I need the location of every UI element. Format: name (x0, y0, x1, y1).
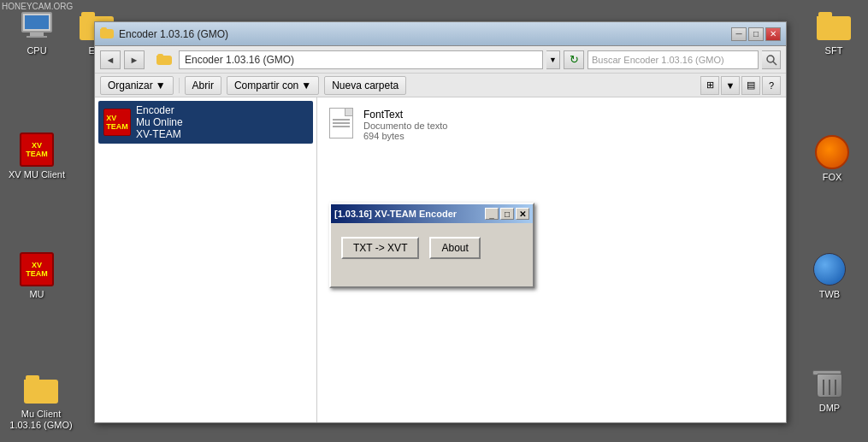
view-dropdown-button[interactable]: ▼ (721, 76, 740, 95)
file-info: FontText Documento de texto 694 bytes (363, 109, 447, 141)
sft-label: SFT (825, 45, 843, 56)
desktop: HONEYCAM.ORG CPU Enc XVTEAM XV MU Client (0, 0, 868, 442)
search-placeholder: Buscar Encoder 1.03.16 (GMO) (592, 55, 724, 65)
file-item-fonttext[interactable]: FontText Documento de texto 694 bytes (324, 104, 779, 145)
tree-xv-logo-icon: XVTEAM (103, 109, 131, 136)
svg-line-1 (773, 62, 776, 65)
address-dropdown-button[interactable]: ▼ (546, 50, 560, 69)
fox-label: FOX (823, 172, 842, 183)
desktop-icon-dmp[interactable]: DMP (800, 366, 859, 414)
popup-close-button[interactable]: ✕ (516, 208, 529, 220)
explorer-title: Encoder 1.03.16 (GMO) (119, 28, 731, 40)
twb-label: TWB (819, 289, 840, 300)
organizar-dropdown-icon: ▼ (156, 80, 166, 91)
tree-item-name: Encoder (136, 104, 183, 116)
close-button[interactable]: ✕ (765, 27, 781, 41)
popup-restore-button[interactable]: □ (500, 208, 514, 220)
compartir-button[interactable]: Compartir con ▼ (227, 76, 319, 95)
refresh-button[interactable]: ↻ (564, 50, 584, 69)
tree-item-encoder[interactable]: XVTEAM Encoder Mu Online XV-TEAM (98, 101, 313, 144)
recycle-bin-icon (812, 366, 847, 400)
toolbar-right: ⊞ ▼ ▤ ? (700, 76, 781, 95)
tree-item-subtitle1: Mu Online (136, 116, 183, 128)
desktop-icon-fox[interactable]: FOX (802, 135, 862, 183)
about-button[interactable]: About (429, 237, 480, 259)
dmp-label: DMP (819, 403, 840, 414)
xv-mu-client-label: XV MU Client (9, 169, 65, 180)
firefox-icon (815, 135, 849, 169)
abrir-label: Abrir (192, 80, 214, 91)
address-bar: ◄ ► Encoder 1.03.16 (GMO) ▼ ↻ Buscar Enc… (95, 46, 786, 74)
popup-minimize-button[interactable]: _ (485, 208, 499, 220)
search-button[interactable] (762, 50, 781, 69)
search-box[interactable]: Buscar Encoder 1.03.16 (GMO) (588, 50, 759, 69)
cpu-label: CPU (27, 45, 46, 56)
mu-label: MU (29, 289, 44, 300)
desktop-icon-sft[interactable]: SFT (804, 9, 864, 56)
address-folder-icon (156, 54, 172, 66)
maximize-button[interactable]: □ (748, 27, 764, 41)
desktop-icon-mu[interactable]: XVTEAM MU (7, 252, 67, 300)
mu-icon: XVTEAM (20, 252, 54, 286)
address-path-text[interactable]: Encoder 1.03.16 (GMO) (179, 50, 543, 69)
popup-controls: _ □ ✕ (485, 208, 529, 220)
xv-icon: XVTEAM (20, 133, 54, 167)
sft-folder-icon (817, 9, 851, 43)
file-name: FontText (363, 109, 447, 121)
desktop-icon-xv-mu-client[interactable]: XVTEAM XV MU Client (7, 133, 67, 180)
toolbar: Organizar ▼ Abrir Compartir con ▼ Nueva … (95, 74, 786, 97)
desktop-icon-mu-client-gmo[interactable]: Mu Client 1.03.16 (GMO) (7, 372, 75, 431)
tree-item-text: Encoder Mu Online XV-TEAM (136, 104, 183, 140)
popup-title: [1.03.16] XV-TEAM Encoder (334, 209, 485, 219)
computer-icon (20, 9, 54, 43)
txt-xvt-button[interactable]: TXT -> XVT (341, 237, 419, 259)
popup-titlebar[interactable]: [1.03.16] XV-TEAM Encoder _ □ ✕ (331, 204, 533, 223)
mu-client-gmo-label: Mu Client 1.03.16 (GMO) (7, 409, 75, 431)
minimize-button[interactable]: ─ (731, 27, 747, 41)
compartir-dropdown-icon: ▼ (301, 80, 311, 91)
abrir-button[interactable]: Abrir (185, 76, 221, 95)
titlebar-folder-icon (100, 27, 114, 41)
file-type: Documento de texto (363, 121, 447, 131)
globe-icon (812, 252, 847, 286)
folder-tree: XVTEAM Encoder Mu Online XV-TEAM (95, 97, 317, 422)
tree-item-subtitle2: XV-TEAM (136, 128, 183, 140)
organizar-button[interactable]: Organizar ▼ (100, 76, 174, 95)
file-size: 694 bytes (363, 131, 447, 141)
search-icon (765, 54, 777, 66)
view-options-button[interactable]: ⊞ (700, 76, 719, 95)
toolbar-sep-1 (179, 78, 180, 93)
forward-button[interactable]: ► (124, 50, 145, 69)
nueva-carpeta-button[interactable]: Nueva carpeta (324, 76, 406, 95)
encoder-popup: [1.03.16] XV-TEAM Encoder _ □ ✕ TXT -> X… (329, 203, 534, 288)
document-icon (329, 108, 357, 142)
mu-client-folder-icon (24, 372, 58, 406)
explorer-titlebar[interactable]: Encoder 1.03.16 (GMO) ─ □ ✕ (95, 22, 786, 46)
desktop-icon-twb[interactable]: TWB (800, 252, 859, 300)
help-button[interactable]: ? (762, 76, 781, 95)
popup-content: TXT -> XVT About (331, 223, 533, 266)
desktop-icon-cpu[interactable]: CPU (7, 9, 67, 56)
nueva-carpeta-label: Nueva carpeta (332, 80, 399, 91)
back-button[interactable]: ◄ (100, 50, 121, 69)
window-controls: ─ □ ✕ (731, 27, 781, 41)
compartir-label: Compartir con (234, 80, 298, 91)
preview-pane-button[interactable]: ▤ (741, 76, 760, 95)
svg-point-0 (767, 56, 774, 62)
organizar-label: Organizar (108, 80, 153, 91)
